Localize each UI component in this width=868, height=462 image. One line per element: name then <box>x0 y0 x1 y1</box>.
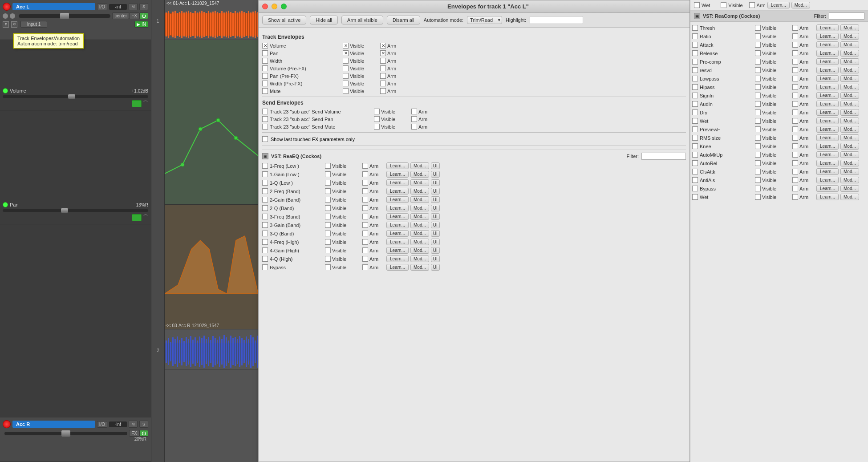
knob-1[interactable] <box>3 13 8 19</box>
reaeq-arm-check-2[interactable] <box>362 180 368 186</box>
reacomp-learn-btn-10[interactable]: Learn... <box>816 109 839 116</box>
reaeq-ui-btn-2[interactable]: UI <box>431 179 440 186</box>
reacomp-visible-check-18[interactable] <box>755 177 761 183</box>
reacomp-arm-check-9[interactable] <box>792 101 798 107</box>
pan-env-fader[interactable] <box>3 209 148 212</box>
close-btn[interactable] <box>262 4 268 9</box>
fx-btn-1[interactable]: FX <box>129 12 139 19</box>
reaeq-visible-check-12[interactable] <box>325 264 331 270</box>
pan-visible-check[interactable] <box>343 50 349 56</box>
reaeq-visible-check-2[interactable] <box>325 180 331 186</box>
wet-visible-check[interactable] <box>721 2 726 8</box>
reacomp-visible-check-1[interactable] <box>755 33 761 39</box>
reaeq-learn-btn-5[interactable]: Learn... <box>386 205 409 211</box>
reaeq-mod-btn-4[interactable]: Mod... <box>410 196 429 203</box>
reaeq-arm-check-3[interactable] <box>362 188 368 194</box>
vol-prefx-check[interactable] <box>262 65 268 71</box>
reaeq-check-4[interactable] <box>262 197 268 203</box>
reacomp-mod-btn-0[interactable]: Mod... <box>840 24 859 31</box>
reacomp-mod-btn-13[interactable]: Mod... <box>840 134 859 141</box>
reaeq-learn-btn-2[interactable]: Learn... <box>386 179 409 186</box>
pan-env-thumb[interactable] <box>61 208 68 213</box>
reaeq-mod-btn-5[interactable]: Mod... <box>410 205 429 211</box>
record-btn-1[interactable] <box>3 3 11 11</box>
volume-check[interactable] <box>262 43 268 49</box>
reaeq-arm-check-6[interactable] <box>362 214 368 219</box>
reacomp-arm-check-10[interactable] <box>792 109 798 115</box>
reacomp-visible-check-6[interactable] <box>755 76 761 81</box>
reacomp-learn-btn-1[interactable]: Learn... <box>816 33 839 40</box>
fx-power-btn-1[interactable]: ⏻ <box>139 12 148 19</box>
reaeq-mod-btn-11[interactable]: Mod... <box>410 255 429 262</box>
vol-env-thumb[interactable] <box>68 94 75 99</box>
reacomp-learn-btn-6[interactable]: Learn... <box>816 75 839 82</box>
reaeq-ui-btn-8[interactable]: UI <box>431 230 440 237</box>
reacomp-check-15[interactable] <box>692 152 698 158</box>
reaeq-ui-btn-11[interactable]: UI <box>431 255 440 262</box>
reacomp-mod-btn-12[interactable]: Mod... <box>840 126 859 133</box>
reaeq-learn-btn-11[interactable]: Learn... <box>386 255 409 262</box>
reacomp-check-18[interactable] <box>692 177 698 183</box>
reacomp-visible-check-20[interactable] <box>755 194 761 200</box>
reaeq-learn-btn-7[interactable]: Learn... <box>386 222 409 228</box>
reacomp-arm-check-16[interactable] <box>792 160 798 166</box>
reacomp-arm-check-11[interactable] <box>792 118 798 124</box>
track-name-1[interactable]: Acc L <box>12 3 95 10</box>
reacomp-mod-btn-8[interactable]: Mod... <box>840 92 859 99</box>
width-prefx-arm-check[interactable] <box>380 81 386 86</box>
reacomp-check-6[interactable] <box>692 76 698 81</box>
fader-track-2[interactable] <box>4 432 127 435</box>
reaeq-mod-btn-12[interactable]: Mod... <box>410 264 429 271</box>
reaeq-ui-btn-1[interactable]: UI <box>431 171 440 178</box>
vol-prefx-arm-check[interactable] <box>380 65 386 71</box>
reacomp-check-0[interactable] <box>692 25 698 31</box>
fader-thumb-1[interactable] <box>60 13 69 19</box>
reacomp-learn-btn-4[interactable]: Learn... <box>816 58 839 65</box>
pan-env-shape[interactable]: ⌒ <box>143 214 148 221</box>
reaeq-visible-check-10[interactable] <box>325 247 331 253</box>
send-vol-check[interactable] <box>262 109 268 114</box>
hide-all-btn[interactable]: Hide all <box>310 16 338 24</box>
reaeq-visible-check-8[interactable] <box>325 231 331 236</box>
reacomp-check-13[interactable] <box>692 135 698 141</box>
reacomp-learn-btn-14[interactable]: Learn... <box>816 143 839 150</box>
reacomp-learn-btn-15[interactable]: Learn... <box>816 151 839 158</box>
reaeq-ui-btn-4[interactable]: UI <box>431 196 440 203</box>
reacomp-mod-btn-19[interactable]: Mod... <box>840 185 859 192</box>
reacomp-check-2[interactable] <box>692 42 698 48</box>
send-pan-arm-check[interactable] <box>411 116 417 122</box>
reacomp-visible-check-16[interactable] <box>755 160 761 166</box>
pan-prefx-visible-check[interactable] <box>343 73 349 79</box>
send-pan-visible-check[interactable] <box>374 116 380 122</box>
highlight-input[interactable] <box>530 16 583 24</box>
reaeq-visible-check-11[interactable] <box>325 256 331 262</box>
reacomp-filter-input[interactable] <box>829 12 864 20</box>
fx-power-btn-2[interactable]: ⏻ <box>139 430 148 437</box>
reaeq-mod-btn-0[interactable]: Mod... <box>410 162 429 169</box>
reacomp-learn-btn-2[interactable]: Learn... <box>816 41 839 48</box>
pan-arm-check[interactable] <box>380 50 386 56</box>
reacomp-check-12[interactable] <box>692 126 698 132</box>
mute-arm-check[interactable] <box>380 88 386 94</box>
reacomp-arm-check-1[interactable] <box>792 33 798 39</box>
reaeq-ui-btn-5[interactable]: UI <box>431 205 440 211</box>
reaeq-ui-btn-6[interactable]: UI <box>431 213 440 220</box>
mute-btn-1[interactable]: M <box>129 3 138 10</box>
volume-arm-check[interactable] <box>380 43 386 49</box>
show-all-active-btn[interactable]: Show all active <box>262 16 306 24</box>
reacomp-check-3[interactable] <box>692 50 698 56</box>
reacomp-check-1[interactable] <box>692 33 698 39</box>
reacomp-visible-check-9[interactable] <box>755 101 761 107</box>
io-btn-1[interactable]: I/O <box>97 4 107 10</box>
reaeq-learn-btn-10[interactable]: Learn... <box>386 247 409 254</box>
wet-top-check[interactable] <box>694 2 700 8</box>
reaeq-arm-check-7[interactable] <box>362 222 368 228</box>
reaeq-check-9[interactable] <box>262 239 268 245</box>
reaeq-ui-btn-9[interactable]: UI <box>431 239 440 245</box>
reacomp-check-8[interactable] <box>692 93 698 98</box>
reacomp-visible-check-12[interactable] <box>755 126 761 132</box>
reacomp-mod-btn-7[interactable]: Mod... <box>840 84 859 90</box>
reacomp-arm-check-0[interactable] <box>792 25 798 31</box>
pan-prefx-arm-check[interactable] <box>380 73 386 79</box>
reaeq-mod-btn-6[interactable]: Mod... <box>410 213 429 220</box>
